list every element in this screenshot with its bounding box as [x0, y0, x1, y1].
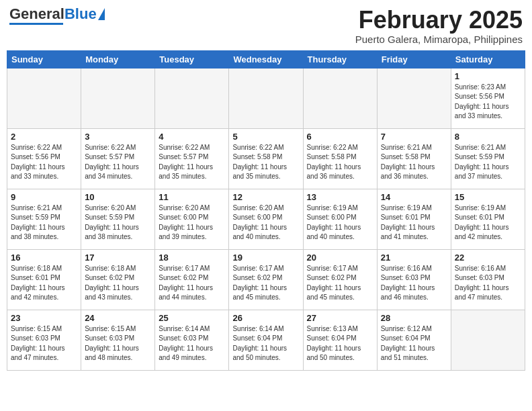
day-number: 12: [232, 192, 299, 202]
column-header-friday: Friday: [377, 50, 451, 68]
calendar-cell: [155, 68, 229, 128]
column-header-tuesday: Tuesday: [155, 50, 229, 68]
day-number: 4: [159, 132, 225, 142]
header: GeneralBlue February 2025 Puerto Galera,…: [7, 7, 525, 45]
day-info: Sunrise: 6:19 AM Sunset: 6:01 PM Dayligh…: [381, 203, 447, 242]
day-info: Sunrise: 6:20 AM Sunset: 6:00 PM Dayligh…: [159, 203, 225, 242]
calendar-cell: 1Sunrise: 6:23 AM Sunset: 5:56 PM Daylig…: [451, 68, 525, 128]
day-info: Sunrise: 6:22 AM Sunset: 5:57 PM Dayligh…: [85, 143, 151, 182]
logo-underline: [9, 23, 63, 25]
calendar-cell: 2Sunrise: 6:22 AM Sunset: 5:56 PM Daylig…: [7, 128, 81, 189]
calendar-cell: 5Sunrise: 6:22 AM Sunset: 5:58 PM Daylig…: [229, 128, 303, 189]
day-info: Sunrise: 6:21 AM Sunset: 5:58 PM Dayligh…: [381, 143, 447, 182]
day-number: 17: [85, 253, 151, 263]
calendar-week-row: 16Sunrise: 6:18 AM Sunset: 6:01 PM Dayli…: [7, 249, 525, 310]
calendar-cell: 10Sunrise: 6:20 AM Sunset: 5:59 PM Dayli…: [81, 189, 155, 249]
calendar-cell: [303, 68, 377, 128]
calendar-cell: 14Sunrise: 6:19 AM Sunset: 6:01 PM Dayli…: [377, 189, 451, 249]
day-number: 27: [307, 313, 373, 323]
day-info: Sunrise: 6:17 AM Sunset: 6:02 PM Dayligh…: [307, 264, 373, 303]
day-info: Sunrise: 6:19 AM Sunset: 6:01 PM Dayligh…: [455, 203, 521, 242]
day-number: 22: [455, 253, 521, 263]
calendar-cell: 27Sunrise: 6:13 AM Sunset: 6:04 PM Dayli…: [303, 310, 377, 370]
calendar-cell: 17Sunrise: 6:18 AM Sunset: 6:02 PM Dayli…: [81, 249, 155, 310]
day-info: Sunrise: 6:17 AM Sunset: 6:02 PM Dayligh…: [159, 264, 225, 303]
calendar-cell: [229, 68, 303, 128]
day-info: Sunrise: 6:22 AM Sunset: 5:58 PM Dayligh…: [232, 143, 299, 182]
calendar-week-row: 9Sunrise: 6:21 AM Sunset: 5:59 PM Daylig…: [7, 189, 525, 249]
calendar-cell: 11Sunrise: 6:20 AM Sunset: 6:00 PM Dayli…: [155, 189, 229, 249]
calendar-cell: [377, 68, 451, 128]
location-subtitle: Puerto Galera, Mimaropa, Philippines: [355, 34, 523, 45]
calendar-week-row: 23Sunrise: 6:15 AM Sunset: 6:03 PM Dayli…: [7, 310, 525, 370]
calendar-cell: 7Sunrise: 6:21 AM Sunset: 5:58 PM Daylig…: [377, 128, 451, 189]
calendar-cell: 24Sunrise: 6:15 AM Sunset: 6:03 PM Dayli…: [81, 310, 155, 370]
day-info: Sunrise: 6:16 AM Sunset: 6:03 PM Dayligh…: [455, 264, 521, 303]
logo-blue-text: Blue: [64, 5, 97, 22]
calendar-cell: 12Sunrise: 6:20 AM Sunset: 6:00 PM Dayli…: [229, 189, 303, 249]
calendar-cell: 19Sunrise: 6:17 AM Sunset: 6:02 PM Dayli…: [229, 249, 303, 310]
day-number: 24: [85, 313, 151, 323]
column-header-wednesday: Wednesday: [229, 50, 303, 68]
day-info: Sunrise: 6:21 AM Sunset: 5:59 PM Dayligh…: [455, 143, 521, 182]
day-number: 14: [381, 192, 447, 202]
day-number: 3: [85, 132, 151, 142]
column-header-thursday: Thursday: [303, 50, 377, 68]
day-info: Sunrise: 6:23 AM Sunset: 5:56 PM Dayligh…: [455, 83, 521, 122]
day-number: 10: [85, 192, 151, 202]
column-header-sunday: Sunday: [7, 50, 81, 68]
day-info: Sunrise: 6:15 AM Sunset: 6:03 PM Dayligh…: [85, 324, 151, 363]
day-info: Sunrise: 6:22 AM Sunset: 5:57 PM Dayligh…: [159, 143, 225, 182]
month-title: February 2025: [355, 7, 523, 34]
calendar-cell: 4Sunrise: 6:22 AM Sunset: 5:57 PM Daylig…: [155, 128, 229, 189]
calendar-cell: 23Sunrise: 6:15 AM Sunset: 6:03 PM Dayli…: [7, 310, 81, 370]
day-info: Sunrise: 6:21 AM Sunset: 5:59 PM Dayligh…: [11, 203, 77, 242]
column-header-monday: Monday: [81, 50, 155, 68]
calendar-cell: 15Sunrise: 6:19 AM Sunset: 6:01 PM Dayli…: [451, 189, 525, 249]
calendar-cell: 13Sunrise: 6:19 AM Sunset: 6:00 PM Dayli…: [303, 189, 377, 249]
calendar-cell: 25Sunrise: 6:14 AM Sunset: 6:03 PM Dayli…: [155, 310, 229, 370]
day-number: 19: [232, 253, 299, 263]
calendar-week-row: 2Sunrise: 6:22 AM Sunset: 5:56 PM Daylig…: [7, 128, 525, 189]
calendar-header-row: SundayMondayTuesdayWednesdayThursdayFrid…: [7, 50, 525, 68]
day-number: 8: [455, 132, 521, 142]
day-info: Sunrise: 6:15 AM Sunset: 6:03 PM Dayligh…: [11, 324, 77, 363]
calendar-week-row: 1Sunrise: 6:23 AM Sunset: 5:56 PM Daylig…: [7, 68, 525, 128]
day-number: 13: [307, 192, 373, 202]
day-number: 21: [381, 253, 447, 263]
day-info: Sunrise: 6:20 AM Sunset: 6:00 PM Dayligh…: [232, 203, 299, 242]
logo: GeneralBlue: [9, 7, 105, 25]
day-info: Sunrise: 6:12 AM Sunset: 6:04 PM Dayligh…: [381, 324, 447, 363]
calendar-cell: 9Sunrise: 6:21 AM Sunset: 5:59 PM Daylig…: [7, 189, 81, 249]
column-header-saturday: Saturday: [451, 50, 525, 68]
calendar-cell: [451, 310, 525, 370]
day-number: 16: [11, 253, 77, 263]
day-number: 11: [159, 192, 225, 202]
calendar-cell: 28Sunrise: 6:12 AM Sunset: 6:04 PM Dayli…: [377, 310, 451, 370]
day-number: 23: [11, 313, 77, 323]
day-info: Sunrise: 6:14 AM Sunset: 6:03 PM Dayligh…: [159, 324, 225, 363]
calendar-cell: [81, 68, 155, 128]
calendar-cell: 3Sunrise: 6:22 AM Sunset: 5:57 PM Daylig…: [81, 128, 155, 189]
day-number: 20: [307, 253, 373, 263]
day-number: 26: [232, 313, 299, 323]
day-info: Sunrise: 6:18 AM Sunset: 6:01 PM Dayligh…: [11, 264, 77, 303]
calendar-cell: 16Sunrise: 6:18 AM Sunset: 6:01 PM Dayli…: [7, 249, 81, 310]
calendar-cell: 18Sunrise: 6:17 AM Sunset: 6:02 PM Dayli…: [155, 249, 229, 310]
day-number: 9: [11, 192, 77, 202]
logo-general-text: General: [9, 5, 64, 22]
day-info: Sunrise: 6:22 AM Sunset: 5:56 PM Dayligh…: [11, 143, 77, 182]
day-info: Sunrise: 6:13 AM Sunset: 6:04 PM Dayligh…: [307, 324, 373, 363]
day-number: 28: [381, 313, 447, 323]
calendar-cell: 21Sunrise: 6:16 AM Sunset: 6:03 PM Dayli…: [377, 249, 451, 310]
day-info: Sunrise: 6:14 AM Sunset: 6:04 PM Dayligh…: [232, 324, 299, 363]
day-info: Sunrise: 6:18 AM Sunset: 6:02 PM Dayligh…: [85, 264, 151, 303]
day-number: 1: [455, 71, 521, 81]
day-info: Sunrise: 6:20 AM Sunset: 5:59 PM Dayligh…: [85, 203, 151, 242]
title-area: February 2025 Puerto Galera, Mimaropa, P…: [355, 7, 523, 45]
calendar-cell: 26Sunrise: 6:14 AM Sunset: 6:04 PM Dayli…: [229, 310, 303, 370]
calendar-cell: 20Sunrise: 6:17 AM Sunset: 6:02 PM Dayli…: [303, 249, 377, 310]
day-number: 25: [159, 313, 225, 323]
logo-triangle-icon: [98, 8, 105, 20]
day-number: 5: [232, 132, 299, 142]
